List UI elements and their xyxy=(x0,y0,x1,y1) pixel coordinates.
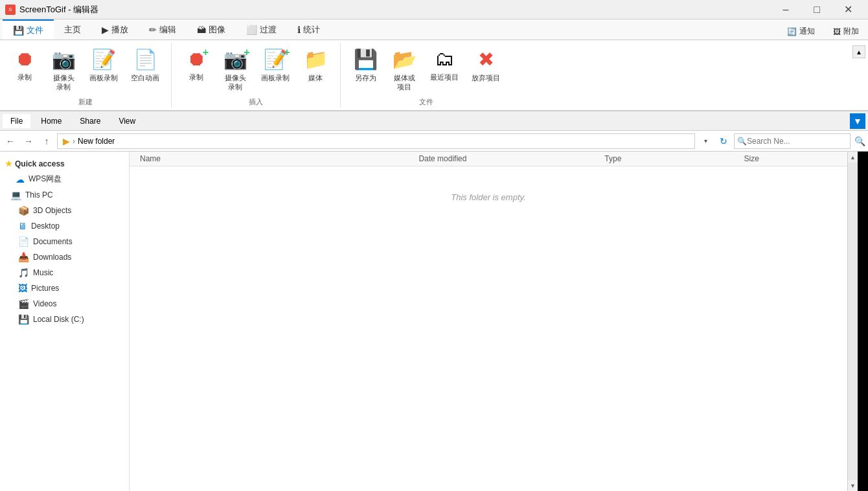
recent-projects-button[interactable]: 🗂 最近项目 xyxy=(425,45,464,84)
quick-access-label: Quick access xyxy=(15,159,65,168)
camera-record-button[interactable]: 📷 摄像头 录制 xyxy=(45,45,82,95)
ribbon-group-insert: ⏺ + 录制 📷 + 摄像头 录制 📝 + 画板录制 📁 xyxy=(172,43,341,108)
file-group-items: 💾 另存为 📂 媒体或 项目 🗂 最近项目 ✖ 放弃项目 xyxy=(347,45,505,95)
sidebar-music-label: Music xyxy=(33,268,53,277)
nav-forward-button[interactable]: → xyxy=(21,133,36,149)
sidebar-item-videos[interactable]: 🎬 Videos xyxy=(0,296,129,312)
insert-record-icon: ⏺ + xyxy=(187,48,206,70)
sidebar-localdisk-label: Local Disk (C:) xyxy=(33,315,84,324)
file-list-header: Name Date modified Type Size xyxy=(130,152,847,166)
wps-icon: ☁ xyxy=(16,174,25,185)
videos-icon: 🎬 xyxy=(18,299,29,309)
media-button[interactable]: 📁 媒体 xyxy=(297,45,334,85)
ribbon-collapse-button[interactable]: ▲ xyxy=(852,45,865,58)
tab-file-label: 文件 xyxy=(27,25,43,36)
stats-tab-icon: ℹ xyxy=(297,25,301,35)
fd-tab-home[interactable]: Home xyxy=(33,114,69,128)
music-icon: 🎵 xyxy=(18,268,29,278)
ribbon-right-area: 🔄 通知 🖼 附加 xyxy=(781,23,865,40)
attach-button[interactable]: 🖼 附加 xyxy=(827,23,865,40)
discard-button[interactable]: ✖ 放弃项目 xyxy=(466,45,505,85)
insert-group-items: ⏺ + 录制 📷 + 摄像头 录制 📝 + 画板录制 📁 xyxy=(178,45,334,95)
fd-tab-file[interactable]: File xyxy=(3,114,30,128)
insert-board-button[interactable]: 📝 + 画板录制 xyxy=(256,45,295,85)
documents-icon: 📄 xyxy=(18,236,29,247)
attach-label: 附加 xyxy=(843,26,859,37)
desktop-icon: 🖥 xyxy=(18,221,27,231)
nav-back-button[interactable]: ← xyxy=(3,133,18,149)
notify-button[interactable]: 🔄 通知 xyxy=(781,23,821,40)
path-dropdown-button[interactable]: ▾ xyxy=(698,133,713,149)
sidebar-item-thispc[interactable]: 💻 This PC xyxy=(0,187,129,203)
app-icon: S xyxy=(5,5,16,15)
file-list-area: Name Date modified Type Size This folder… xyxy=(130,152,847,491)
refresh-button[interactable]: ↻ xyxy=(716,133,731,149)
sidebar-item-documents[interactable]: 📄 Documents xyxy=(0,234,129,249)
sidebar-item-music[interactable]: 🎵 Music xyxy=(0,265,129,280)
tab-home[interactable]: 主页 xyxy=(54,19,91,40)
minimize-button[interactable]: – xyxy=(771,0,801,19)
empty-folder-message: This folder is empty. xyxy=(130,166,847,228)
tab-play[interactable]: ▶ 播放 xyxy=(91,19,139,40)
insert-record-button[interactable]: ⏺ + 录制 xyxy=(178,45,214,84)
media-project-icon: 📂 xyxy=(393,48,417,71)
col-type-header[interactable]: Type xyxy=(604,154,744,163)
blank-anim-icon: 📄 xyxy=(133,48,157,71)
search-input[interactable] xyxy=(747,137,847,146)
media-icon: 📁 xyxy=(304,48,328,71)
tab-transition-label: 过渡 xyxy=(260,24,277,36)
sidebar-item-downloads[interactable]: 📥 Downloads xyxy=(0,249,129,265)
sidebar-item-pictures[interactable]: 🖼 Pictures xyxy=(0,280,129,296)
sidebar-item-desktop[interactable]: 🖥 Desktop xyxy=(0,218,129,234)
vertical-scrollbar: ▲ ▼ xyxy=(847,152,858,491)
nav-up-button[interactable]: ↑ xyxy=(39,133,54,149)
col-name-header[interactable]: Name xyxy=(140,154,418,163)
localdisk-icon: 💾 xyxy=(18,314,29,325)
tab-stats[interactable]: ℹ 统计 xyxy=(287,19,330,40)
fd-tab-share[interactable]: Share xyxy=(72,114,108,128)
file-tab-icon: 💾 xyxy=(13,25,24,36)
tab-home-label: 主页 xyxy=(64,24,81,36)
sidebar-item-wps[interactable]: ☁ WPS网盘 xyxy=(0,171,129,187)
file-browser-main: ★ Quick access ☁ WPS网盘 💻 This PC 📦 3D Ob… xyxy=(0,152,868,491)
edit-tab-icon: ✏ xyxy=(149,25,157,35)
search-submit-icon[interactable]: 🔍 xyxy=(854,136,865,146)
ribbon-group-file: 💾 另存为 📂 媒体或 项目 🗂 最近项目 ✖ 放弃项目 文件 xyxy=(341,43,512,108)
col-date-header[interactable]: Date modified xyxy=(418,154,604,163)
sidebar-wps-label: WPS网盘 xyxy=(29,174,62,185)
insert-camera-icon: 📷 + xyxy=(223,48,247,71)
address-path[interactable]: ▶ › New folder xyxy=(57,133,695,149)
insert-camera-button[interactable]: 📷 + 摄像头 录制 xyxy=(217,45,253,95)
vscroll-up-button[interactable]: ▲ xyxy=(848,152,858,163)
vscroll-down-button[interactable]: ▼ xyxy=(848,480,858,491)
save-as-icon: 💾 xyxy=(354,48,378,71)
col-size-header[interactable]: Size xyxy=(744,154,837,163)
blank-anim-button[interactable]: 📄 空白动画 xyxy=(126,45,165,85)
record-button[interactable]: ⏺ 录制 xyxy=(6,45,43,84)
file-group-label: 文件 xyxy=(419,95,433,107)
tab-image[interactable]: 🏔 图像 xyxy=(187,19,236,40)
dialog-expand-button[interactable]: ▼ xyxy=(850,113,865,129)
vscroll-track[interactable] xyxy=(848,163,858,480)
sidebar-3dobjects-label: 3D Objects xyxy=(33,206,71,215)
board-record-button[interactable]: 📝 画板录制 xyxy=(84,45,123,85)
save-as-button[interactable]: 💾 另存为 xyxy=(347,45,383,85)
title-bar: S ScreenToGif - 编辑器 – □ ✕ xyxy=(0,0,868,19)
sidebar-item-3dobjects[interactable]: 📦 3D Objects xyxy=(0,203,129,218)
tab-edit[interactable]: ✏ 编辑 xyxy=(139,19,187,40)
quick-access-header[interactable]: ★ Quick access xyxy=(0,157,129,171)
fd-tab-view[interactable]: View xyxy=(111,114,143,128)
close-button[interactable]: ✕ xyxy=(833,0,863,19)
file-dialog-toolbar: File Home Share View ▼ xyxy=(0,111,868,131)
thispc-icon: 💻 xyxy=(10,190,21,200)
ribbon-toolbar: ⏺ 录制 📷 摄像头 录制 📝 画板录制 📄 空白动画 新建 ⏺ xyxy=(0,40,868,111)
maximize-button[interactable]: □ xyxy=(802,0,832,19)
tab-file[interactable]: 💾 文件 xyxy=(3,19,54,40)
sidebar-desktop-label: Desktop xyxy=(31,222,60,231)
tab-transition[interactable]: ⬜ 过渡 xyxy=(236,19,287,40)
downloads-icon: 📥 xyxy=(18,252,29,262)
address-bar: ← → ↑ ▶ › New folder ▾ ↻ 🔍 🔍 xyxy=(0,131,868,152)
sidebar-item-localdisk[interactable]: 💾 Local Disk (C:) xyxy=(0,312,129,327)
ribbon-group-new: ⏺ 录制 📷 摄像头 录制 📝 画板录制 📄 空白动画 新建 xyxy=(0,43,172,108)
media-project-button[interactable]: 📂 媒体或 项目 xyxy=(386,45,422,95)
